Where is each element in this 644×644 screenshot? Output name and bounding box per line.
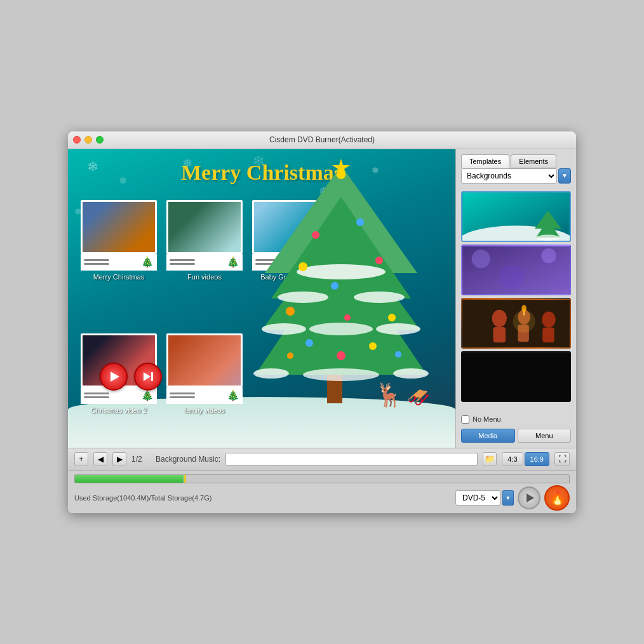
- storage-bar: [74, 474, 570, 483]
- svg-point-12: [253, 368, 289, 379]
- svg-point-11: [309, 323, 373, 335]
- svg-point-8: [354, 292, 405, 303]
- skip-bar-icon: [151, 372, 153, 381]
- storage-used-bar: [75, 475, 184, 483]
- reindeer-icon: 🦌: [375, 382, 403, 408]
- toolbar: + ◀ ▶ 1/2 Background Music: 📁 4:3 16:9 ⛶: [68, 448, 576, 470]
- thumb-frame-5[interactable]: [166, 333, 243, 387]
- close-button[interactable]: [73, 136, 81, 144]
- svg-point-25: [369, 342, 377, 350]
- svg-point-17: [356, 218, 364, 226]
- panel-tabs: Templates Elements: [456, 149, 576, 168]
- next-button[interactable]: ▶: [112, 452, 126, 466]
- ratio-16-9-button[interactable]: 16:9: [525, 452, 549, 466]
- dvd-select-wrap: DVD-5 ▼: [455, 490, 514, 506]
- minimize-button[interactable]: [84, 136, 92, 144]
- snowflake-icon: ❄: [87, 159, 98, 175]
- svg-point-18: [299, 262, 307, 271]
- svg-point-24: [305, 339, 313, 347]
- thumb-label-5: family videos: [184, 406, 225, 414]
- dropdown-arrow-button[interactable]: ▼: [558, 168, 571, 184]
- no-menu-row: No Menu: [456, 413, 576, 426]
- ratio-4-3-button[interactable]: 4:3: [502, 452, 523, 466]
- thumb-footer-1: 🎄: [81, 254, 157, 271]
- thumb-frame-2[interactable]: [166, 200, 243, 254]
- main-content: ❄ ❄ ❅ ❄ ❅ ❄ ❅ ❄ Merry Christmas: [68, 149, 576, 448]
- thumb-tree-icon: 🎄: [141, 389, 154, 401]
- tab-templates[interactable]: Templates: [461, 154, 509, 168]
- svg-point-28: [395, 351, 401, 358]
- prev-button[interactable]: ◀: [93, 452, 107, 466]
- backgrounds-dropdown[interactable]: Backgrounds: [461, 168, 557, 184]
- tab-menu[interactable]: Menu: [518, 429, 572, 443]
- background-thumbnail-list[interactable]: [456, 189, 576, 413]
- tab-elements[interactable]: Elements: [511, 154, 556, 168]
- bg-thumb-content-4: [462, 352, 570, 401]
- tab-media[interactable]: Media: [461, 429, 515, 443]
- dvd-type-select[interactable]: DVD-5: [455, 490, 500, 506]
- skip-triangle-icon: [144, 372, 151, 381]
- right-panel: Templates Elements Backgrounds ▼: [455, 149, 576, 448]
- line: [170, 259, 195, 261]
- bg-thumb-content-2: [462, 246, 570, 294]
- thumb-lines: [84, 259, 109, 265]
- svg-point-14: [303, 368, 379, 381]
- storage-label: Used Storage(1040.4M)/Total Storage(4.7G…: [74, 494, 211, 502]
- svg-point-38: [541, 248, 556, 263]
- skip-forward-button[interactable]: [134, 363, 162, 391]
- thumb-1[interactable]: 🎄 Merry Chirstmas: [81, 200, 157, 281]
- svg-point-10: [376, 323, 420, 335]
- no-menu-label[interactable]: No Menu: [473, 415, 501, 423]
- play-button[interactable]: [100, 363, 128, 391]
- line: [84, 259, 109, 261]
- svg-point-22: [388, 314, 396, 321]
- svg-point-36: [472, 250, 490, 268]
- santa-scene: 🦌 🛷: [375, 382, 430, 408]
- storage-section: Used Storage(1040.4M)/Total Storage(4.7G…: [68, 470, 576, 513]
- burn-button[interactable]: 🔥: [544, 485, 570, 511]
- action-buttons: DVD-5 ▼ 🔥: [455, 485, 570, 511]
- maximize-button[interactable]: [96, 136, 104, 144]
- svg-point-19: [375, 257, 383, 264]
- ratio-buttons: 4:3 16:9: [502, 452, 549, 466]
- bg-thumb-dark[interactable]: [461, 351, 571, 402]
- svg-point-27: [287, 352, 293, 359]
- svg-point-37: [499, 265, 524, 290]
- play-arrow-icon: [111, 372, 119, 382]
- bg-thumb-christmas[interactable]: [461, 191, 571, 242]
- line: [84, 396, 109, 398]
- dvd-dropdown-arrow[interactable]: ▼: [502, 490, 514, 506]
- svg-rect-46: [542, 327, 554, 342]
- skip-forward-icon: [144, 372, 153, 381]
- bg-music-label: Background Music:: [156, 455, 220, 464]
- svg-point-41: [492, 309, 507, 326]
- tree-svg: [252, 159, 430, 413]
- add-button[interactable]: +: [74, 452, 88, 466]
- bg-thumb-family[interactable]: [461, 298, 571, 349]
- play-buttons: [100, 363, 162, 391]
- thumb-2[interactable]: 🎄 Fun videos: [166, 200, 243, 281]
- thumb-frame-1[interactable]: [81, 200, 157, 254]
- fullscreen-button[interactable]: ⛶: [554, 452, 570, 466]
- svg-point-6: [297, 264, 386, 279]
- music-input[interactable]: [225, 453, 478, 466]
- svg-point-45: [542, 311, 555, 327]
- storage-segment: [184, 475, 186, 483]
- thumb-label-4: Christmas video 2: [91, 406, 147, 414]
- page-indicator: 1/2: [131, 455, 151, 464]
- preview-play-button[interactable]: [518, 486, 540, 509]
- svg-point-34: [536, 234, 560, 241]
- thumb-label-1: Merry Chirstmas: [93, 273, 145, 281]
- bg-thumb-purple[interactable]: [461, 245, 571, 295]
- svg-point-7: [278, 292, 328, 303]
- no-menu-checkbox[interactable]: [461, 415, 469, 424]
- thumb-tree-icon: 🎄: [141, 256, 154, 268]
- next-arrow-icon: ▶: [117, 455, 123, 464]
- svg-point-16: [312, 231, 319, 239]
- svg-point-9: [262, 323, 306, 335]
- thumb-tree-icon: 🎄: [227, 256, 239, 268]
- plus-icon: +: [79, 455, 83, 464]
- thumb-5[interactable]: 🎄 family videos: [166, 333, 243, 414]
- bg-thumb-content-3: [462, 299, 570, 347]
- folder-button[interactable]: 📁: [483, 452, 497, 466]
